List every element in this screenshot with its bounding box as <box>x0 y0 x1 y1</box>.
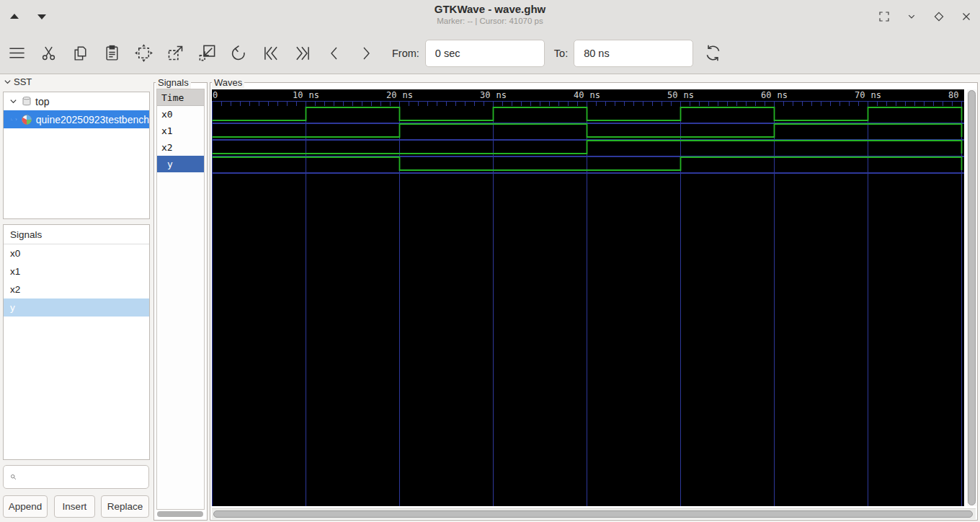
names-horizontal-scrollbar[interactable] <box>157 511 203 517</box>
svg-text:10: 10 <box>293 90 303 100</box>
replace-button[interactable]: Replace <box>101 495 149 518</box>
shift-up-button[interactable] <box>6 8 23 25</box>
svg-text:20: 20 <box>386 90 396 100</box>
menu-button[interactable] <box>7 43 27 63</box>
skip-to-start-icon <box>262 44 280 63</box>
zoom-out-icon <box>197 43 217 63</box>
chevron-right-icon <box>357 45 375 62</box>
copy-icon <box>71 44 89 62</box>
gtkwave-window: GTKWave - wave.ghw Marker: -- | Cursor: … <box>0 0 980 522</box>
zoom-fit-button[interactable] <box>134 43 153 63</box>
tree-item-label: quine20250923testbench <box>36 114 149 125</box>
svg-text:30: 30 <box>480 90 490 100</box>
waves-vertical-scrollbar[interactable] <box>967 89 976 506</box>
list-item-x0[interactable]: x0 <box>4 244 149 262</box>
signal-search-list: Signals x0 x1 x2 y <box>3 224 150 460</box>
svg-text:ns: ns <box>403 90 413 100</box>
database-icon <box>22 96 32 107</box>
close-button[interactable] <box>957 7 976 26</box>
svg-text:ns: ns <box>590 90 600 100</box>
svg-text:ns: ns <box>778 90 788 100</box>
reload-icon <box>703 43 723 63</box>
module-sphere-icon <box>21 114 32 125</box>
chevron-left-icon <box>326 45 343 62</box>
undo-button[interactable] <box>229 43 249 63</box>
scissors-icon <box>40 44 58 62</box>
undo-icon <box>229 43 249 63</box>
zoom-out-button[interactable] <box>197 43 217 63</box>
sst-label: SST <box>14 76 32 87</box>
paste-button[interactable] <box>102 43 122 63</box>
signal-name-x2[interactable]: x2 <box>157 139 204 156</box>
svg-text:80: 80 <box>948 90 958 100</box>
go-to-end-button[interactable] <box>293 43 312 63</box>
minimize-button[interactable] <box>902 7 921 26</box>
list-item-y[interactable]: y <box>4 298 149 317</box>
signal-name-x0[interactable]: x0 <box>157 106 204 123</box>
expander-down-icon <box>4 78 12 86</box>
chevron-down-icon <box>905 10 918 23</box>
from-input[interactable] <box>425 40 545 67</box>
fullscreen-button[interactable] <box>875 7 894 26</box>
wave-canvas-area[interactable]: 010ns20ns30ns40ns50ns60ns70ns80ns <box>212 89 964 506</box>
from-label: From: <box>392 48 419 59</box>
svg-text:0: 0 <box>213 90 218 100</box>
main-area: SST top <box>0 74 980 522</box>
signal-filter-field[interactable] <box>3 465 149 489</box>
copy-button[interactable] <box>71 43 90 63</box>
sst-expander[interactable]: SST <box>4 75 32 88</box>
go-to-start-button[interactable] <box>261 43 280 63</box>
paste-icon <box>103 44 121 62</box>
signals-column-header[interactable]: Signals <box>4 225 149 244</box>
to-input[interactable] <box>574 40 693 67</box>
expander-down-icon[interactable] <box>9 97 17 105</box>
search-icon <box>10 472 17 482</box>
fullscreen-icon <box>878 10 891 23</box>
list-item-x2[interactable]: x2 <box>4 280 149 298</box>
shift-down-button[interactable] <box>33 8 50 25</box>
signal-name-list: Time x0 x1 x2 y <box>156 89 205 510</box>
titlebar: GTKWave - wave.ghw Marker: -- | Cursor: … <box>0 0 980 32</box>
cut-button[interactable] <box>39 43 58 63</box>
triangle-up-icon <box>9 13 19 20</box>
svg-text:70: 70 <box>855 90 865 100</box>
search-input[interactable] <box>21 466 148 488</box>
zoom-in-icon <box>166 43 185 63</box>
marker-cursor-status: Marker: -- | Cursor: 41070 ps <box>0 16 980 27</box>
waves-horizontal-scrollbar[interactable] <box>212 508 976 519</box>
svg-text:ns: ns <box>309 90 319 100</box>
hamburger-menu-icon <box>7 43 27 63</box>
restore-button[interactable] <box>930 7 948 26</box>
next-edge-button[interactable] <box>356 43 375 63</box>
reload-button[interactable] <box>703 43 723 63</box>
vertical-scrollbar-thumb[interactable] <box>968 90 976 505</box>
waves-frame-label: Waves <box>212 76 244 89</box>
previous-edge-button[interactable] <box>324 43 344 63</box>
svg-text:ns: ns <box>871 90 881 100</box>
time-header[interactable]: Time <box>157 89 204 106</box>
zoom-in-button[interactable] <box>166 43 185 63</box>
svg-text:40: 40 <box>574 90 584 100</box>
toolbar: From: To: <box>0 32 980 74</box>
append-button[interactable]: Append <box>3 495 48 518</box>
svg-text:ns: ns <box>684 90 694 100</box>
wave-canvas[interactable]: 010ns20ns30ns40ns50ns60ns70ns80ns <box>212 89 964 506</box>
skip-to-end-icon <box>293 44 312 63</box>
svg-text:ns: ns <box>496 90 507 100</box>
svg-text:50: 50 <box>667 90 677 100</box>
zoom-fit-icon <box>134 43 153 63</box>
tree-item-testbench[interactable]: quine20250923testbench <box>4 110 149 128</box>
close-icon <box>960 10 973 23</box>
signal-name-y[interactable]: y <box>157 156 204 172</box>
triangle-down-icon <box>37 13 47 20</box>
expander-right-icon[interactable] <box>15 115 17 123</box>
insert-button[interactable]: Insert <box>54 495 95 518</box>
tree-item-top[interactable]: top <box>4 92 149 110</box>
signals-names-panel: Signals Time x0 x1 x2 y <box>153 82 208 521</box>
diamond-icon <box>932 10 945 23</box>
svg-text:60: 60 <box>761 90 771 100</box>
signal-name-x1[interactable]: x1 <box>157 123 204 139</box>
sst-tree: top quine20250923testbench <box>3 92 150 219</box>
horizontal-scrollbar-thumb[interactable] <box>213 510 973 518</box>
list-item-x1[interactable]: x1 <box>4 262 149 280</box>
